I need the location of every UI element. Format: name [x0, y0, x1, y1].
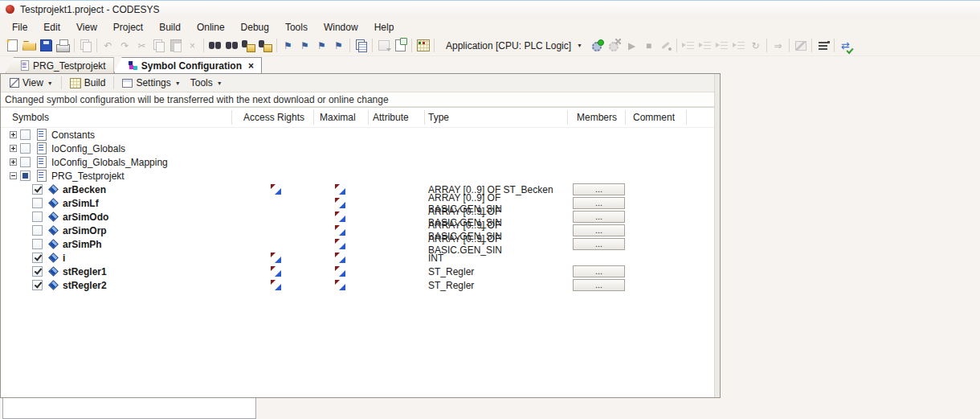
symbol-name: stRegler2 [63, 280, 107, 291]
menu-debug[interactable]: Debug [233, 20, 277, 35]
checkbox-arsimph[interactable] [32, 239, 43, 249]
members-button-arsimorp[interactable]: ... [573, 224, 625, 236]
save-project-icon[interactable] [39, 38, 54, 53]
refresh-icon[interactable]: ⇄ [838, 38, 853, 53]
checkbox-arsimlf[interactable] [32, 198, 43, 208]
expander-ioconfig-globals[interactable] [10, 145, 17, 152]
expander-ioconfig-globals-mapping[interactable] [10, 158, 17, 166]
open-project-icon[interactable] [22, 38, 37, 53]
previous-bookmark-icon[interactable]: ⚑ [297, 38, 312, 53]
tab-prg-testprojekt[interactable]: PRG_Testprojekt [6, 57, 114, 73]
checkbox-stregler2[interactable] [32, 280, 43, 290]
column-header-members[interactable]: Members [568, 110, 626, 125]
expander-constants[interactable] [10, 131, 17, 138]
start-icon[interactable]: ▶ [624, 38, 639, 53]
step-into-icon[interactable] [697, 38, 713, 53]
build-icon[interactable] [415, 38, 431, 53]
members-button-stregler1[interactable]: ... [573, 265, 625, 277]
menu-window[interactable]: Window [316, 20, 366, 35]
checkbox-i[interactable] [32, 253, 43, 263]
print-icon[interactable] [55, 38, 71, 53]
tab-close-icon[interactable]: × [248, 61, 254, 71]
application-selector[interactable]: Application [CPU: PLC Logic]▼ [439, 38, 587, 54]
symbol-row-ioconfig-globals[interactable]: IoConfig_Globals [1, 142, 720, 155]
undo-icon[interactable]: ↶ [100, 38, 116, 53]
replace-icon[interactable] [224, 38, 239, 53]
column-header-attribute[interactable]: Attribute [369, 110, 425, 125]
menu-build[interactable]: Build [151, 20, 189, 35]
checkbox-ioconfig-globals[interactable] [20, 143, 31, 154]
login-icon[interactable] [590, 38, 606, 53]
checkbox-constants[interactable] [20, 129, 31, 140]
comment-cell [626, 278, 687, 292]
toggle-bookmark-icon[interactable]: ⚑ [280, 38, 296, 53]
menu-view[interactable]: View [68, 20, 105, 35]
editor-toolbar-view[interactable]: View▼ [5, 75, 58, 91]
menu-online[interactable]: Online [189, 20, 233, 35]
add-object-icon[interactable] [393, 38, 408, 53]
editor-toolbar-tools[interactable]: Tools▼ [186, 75, 227, 91]
delete-icon[interactable]: × [185, 38, 200, 53]
expander-prg-testprojekt[interactable] [10, 172, 17, 179]
members-button-arsimlf[interactable]: ... [573, 197, 625, 209]
checkbox-arbecken[interactable] [32, 184, 43, 195]
members-button-stregler2[interactable]: ... [573, 279, 625, 291]
new-project-icon[interactable] [5, 38, 20, 53]
members-button-arsimodo[interactable]: ... [573, 211, 625, 223]
symbol-row-arsimph[interactable]: arSimPhARRAY [0..9] OF BASIC.GEN_SIN... [1, 237, 720, 251]
checkbox-arsimorp[interactable] [32, 225, 43, 236]
export-icon[interactable] [353, 38, 369, 53]
paste-icon[interactable] [168, 38, 183, 53]
column-header-symbols[interactable]: Symbols [1, 110, 232, 125]
redo-icon[interactable]: ↷ [117, 38, 133, 53]
logout-icon[interactable] [607, 38, 623, 53]
set-next-statement-icon[interactable]: ⇒ [770, 38, 786, 53]
checkbox-ioconfig-globals-mapping[interactable] [20, 157, 31, 167]
symbol-row-stregler1[interactable]: stRegler1ST_Regler... [1, 265, 720, 278]
members-cell: ... [568, 237, 626, 251]
symbol-row-arsimodo[interactable]: arSimOdoARRAY [0..9] OF BASIC.GEN_SIN... [1, 210, 720, 224]
symbol-row-arsimlf[interactable]: arSimLfARRAY [0..9] OF BASIC.GEN_SIN... [1, 196, 720, 210]
checkbox-arsimodo[interactable] [32, 212, 43, 222]
step-over-icon[interactable] [680, 38, 696, 53]
replace-in-project-icon[interactable] [258, 38, 273, 53]
add-device-icon[interactable] [376, 38, 391, 53]
run-to-cursor-icon[interactable] [731, 38, 746, 53]
column-header-access-rights[interactable]: Access Rights [232, 110, 314, 125]
symbol-row-constants[interactable]: Constants [1, 128, 720, 142]
column-header-maximal[interactable]: Maximal [314, 110, 369, 125]
flow-control-icon[interactable] [793, 38, 808, 53]
symbol-row-prg-testprojekt[interactable]: PRG_Testprojekt [1, 169, 720, 183]
menu-file[interactable]: File [4, 20, 35, 35]
step-out-icon[interactable] [714, 38, 729, 53]
copy-icon[interactable] [151, 38, 166, 53]
members-button-arbecken[interactable]: ... [573, 183, 625, 195]
symbol-row-arbecken[interactable]: arBeckenARRAY [0..9] OF ST_Becken... [1, 183, 720, 196]
column-header-type[interactable]: Type [425, 110, 568, 125]
reset-warm-icon[interactable]: ↻ [748, 38, 763, 53]
next-bookmark-icon[interactable]: ⚑ [314, 38, 329, 53]
editor-toolbar-build[interactable]: Build [65, 75, 111, 91]
display-mode-icon[interactable] [815, 38, 831, 53]
checkbox-stregler1[interactable] [32, 266, 43, 277]
cut-icon[interactable]: ✂ [134, 38, 149, 53]
menu-project[interactable]: Project [105, 20, 151, 35]
copy-objects-icon[interactable] [78, 38, 93, 53]
tab-symbol-configuration[interactable]: Symbol Configuration× [114, 57, 262, 73]
stop-icon[interactable]: ■ [641, 38, 656, 53]
members-button-arsimph[interactable]: ... [573, 238, 625, 250]
symbol-row-stregler2[interactable]: stRegler2ST_Regler... [1, 278, 720, 292]
symbol-row-i[interactable]: iINT [1, 251, 720, 265]
single-cycle-icon[interactable] [658, 38, 673, 53]
find-icon[interactable] [207, 38, 223, 53]
editor-toolbar-settings[interactable]: Settings▼ [117, 75, 185, 91]
clear-bookmarks-icon[interactable]: ⚑ [331, 38, 346, 53]
checkbox-prg-testprojekt[interactable] [20, 170, 31, 181]
column-header-comment[interactable]: Comment [626, 110, 687, 125]
menu-help[interactable]: Help [366, 20, 402, 35]
symbol-row-ioconfig-globals-mapping[interactable]: IoConfig_Globals_Mapping [1, 155, 720, 169]
find-in-project-icon[interactable] [241, 38, 256, 53]
menu-edit[interactable]: Edit [35, 20, 68, 35]
menu-tools[interactable]: Tools [277, 20, 316, 35]
symbol-row-arsimorp[interactable]: arSimOrpARRAY [0..9] OF BASIC.GEN_SIN... [1, 224, 720, 237]
